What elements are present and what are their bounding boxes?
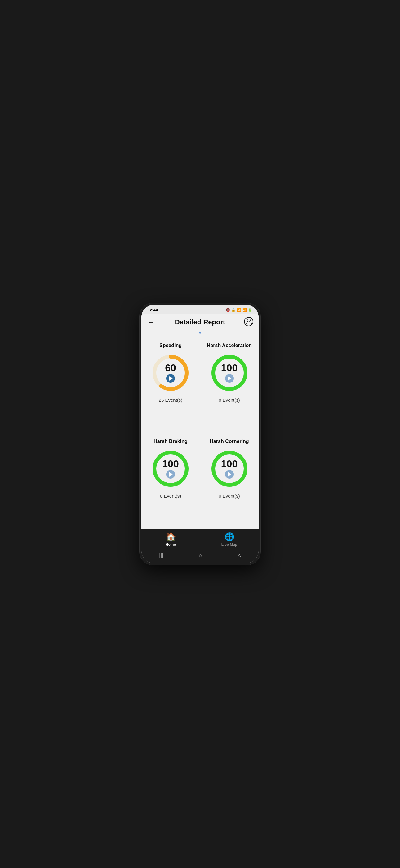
status-bar: 12:44 🔇 🔒 📶 📶 🔋 bbox=[141, 305, 259, 314]
cell-label-harsh-braking: Harsh Braking bbox=[154, 439, 187, 444]
gauge-harsh-cornering: 100 bbox=[209, 448, 249, 489]
nav-item-home[interactable]: 🏠 Home bbox=[141, 532, 200, 547]
cell-harsh-cornering: Harsh Cornering 100 0 Event(s) bbox=[200, 433, 259, 529]
nav-icon-live-map: 🌐 bbox=[225, 532, 234, 542]
header: ← Detailed Report bbox=[141, 314, 259, 330]
cell-harsh-acceleration: Harsh Acceleration 100 0 Event(s) bbox=[200, 337, 259, 433]
wifi-icon: 📶 bbox=[237, 308, 241, 312]
nav-item-live-map[interactable]: 🌐 Live Map bbox=[200, 532, 259, 547]
play-triangle-harsh-braking bbox=[169, 472, 173, 476]
gauge-center-harsh-cornering: 100 bbox=[209, 448, 249, 489]
cell-label-harsh-acceleration: Harsh Acceleration bbox=[207, 343, 252, 348]
profile-icon bbox=[244, 317, 254, 327]
recent-apps-button[interactable]: ||| bbox=[153, 551, 170, 560]
status-time: 12:44 bbox=[147, 308, 158, 312]
page-title: Detailed Report bbox=[175, 318, 226, 326]
play-triangle-harsh-cornering bbox=[228, 472, 231, 476]
events-label-harsh-braking: 0 Event(s) bbox=[160, 493, 181, 499]
gauge-harsh-acceleration: 100 bbox=[209, 353, 249, 393]
play-triangle-harsh-acceleration bbox=[228, 376, 231, 381]
signal-icon: 📶 bbox=[242, 308, 247, 312]
play-button-harsh-acceleration[interactable] bbox=[225, 374, 234, 383]
home-button[interactable]: ○ bbox=[193, 551, 208, 560]
cell-harsh-braking: Harsh Braking 100 0 Event(s) bbox=[141, 433, 200, 529]
back-nav-button[interactable]: < bbox=[231, 551, 247, 560]
events-label-harsh-acceleration: 0 Event(s) bbox=[219, 397, 240, 403]
battery-icon: 🔋 bbox=[248, 308, 253, 312]
gauge-center-harsh-braking: 100 bbox=[151, 448, 191, 489]
gauge-center-speeding: 60 bbox=[151, 353, 191, 393]
play-button-speeding[interactable] bbox=[166, 374, 175, 383]
svg-point-1 bbox=[247, 319, 250, 322]
phone-frame: 12:44 🔇 🔒 📶 📶 🔋 ← Detailed Report bbox=[139, 303, 261, 565]
play-triangle-speeding bbox=[169, 376, 173, 381]
mute-icon: 🔇 bbox=[226, 308, 230, 312]
metrics-grid: Speeding 60 25 Event(s) Harsh Accelerati… bbox=[141, 337, 259, 529]
profile-button[interactable] bbox=[244, 317, 254, 328]
cell-label-speeding: Speeding bbox=[159, 343, 182, 348]
events-label-harsh-cornering: 0 Event(s) bbox=[219, 493, 240, 499]
lock-icon: 🔒 bbox=[231, 308, 236, 312]
cell-label-harsh-cornering: Harsh Cornering bbox=[210, 439, 249, 444]
status-icons: 🔇 🔒 📶 📶 🔋 bbox=[226, 308, 253, 312]
nav-label-home: Home bbox=[166, 542, 176, 547]
gauge-speeding: 60 bbox=[151, 353, 191, 393]
bottom-nav: 🏠 Home 🌐 Live Map bbox=[141, 529, 259, 549]
phone-screen: 12:44 🔇 🔒 📶 📶 🔋 ← Detailed Report bbox=[141, 305, 259, 563]
nav-icon-home: 🏠 bbox=[166, 532, 176, 542]
events-label-speeding: 25 Event(s) bbox=[159, 397, 182, 403]
gauge-value-harsh-cornering: 100 bbox=[221, 459, 237, 469]
nav-label-live-map: Live Map bbox=[222, 542, 237, 547]
android-nav: ||| ○ < bbox=[141, 549, 259, 563]
play-button-harsh-cornering[interactable] bbox=[225, 470, 234, 479]
gauge-value-speeding: 60 bbox=[165, 363, 176, 373]
play-button-harsh-braking[interactable] bbox=[166, 470, 175, 479]
gauge-harsh-braking: 100 bbox=[151, 448, 191, 489]
chevron-row: ∨ bbox=[141, 330, 259, 337]
back-button[interactable]: ← bbox=[146, 317, 156, 328]
cell-speeding: Speeding 60 25 Event(s) bbox=[141, 337, 200, 433]
gauge-value-harsh-braking: 100 bbox=[162, 459, 178, 469]
gauge-center-harsh-acceleration: 100 bbox=[209, 353, 249, 393]
chevron-down-icon: ∨ bbox=[198, 330, 202, 335]
gauge-value-harsh-acceleration: 100 bbox=[221, 363, 237, 373]
